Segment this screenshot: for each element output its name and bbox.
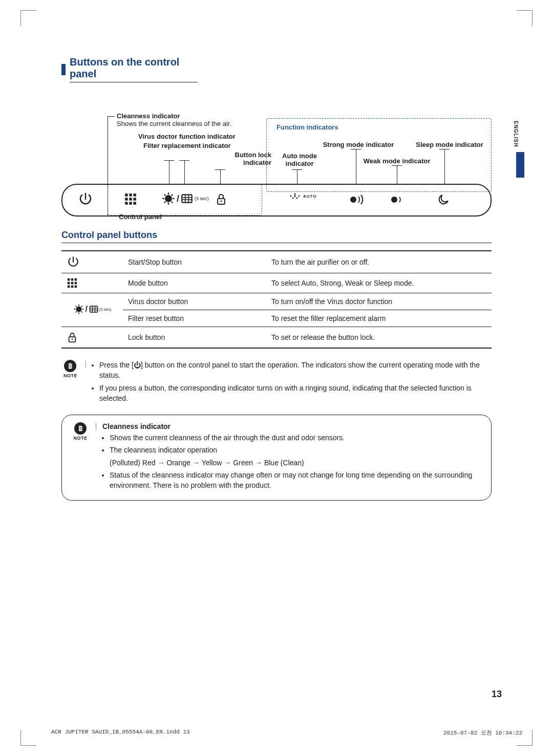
lock-icon [215, 192, 227, 206]
svg-point-28 [292, 198, 294, 199]
svg-rect-38 [75, 282, 77, 285]
note-icon [64, 360, 76, 372]
strong-icon [348, 193, 366, 206]
button-desc: To turn on/off the Virus doctor function [266, 293, 492, 310]
power-icon [78, 191, 93, 207]
svg-rect-1 [129, 193, 132, 196]
note-item: Press the [⏻] button on the control pane… [99, 360, 492, 381]
svg-point-26 [294, 193, 296, 195]
svg-point-25 [290, 196, 292, 197]
svg-rect-37 [71, 282, 74, 285]
button-desc: To turn the air purifier on or off. [266, 251, 492, 273]
svg-point-30 [294, 195, 296, 197]
control-panel-buttons-heading: Control panel buttons [61, 230, 492, 243]
svg-line-48 [81, 312, 82, 313]
note-box-2: NOTE Cleanness indicator Shows the curre… [61, 415, 492, 500]
svg-rect-34 [71, 278, 74, 281]
svg-point-9 [165, 195, 172, 202]
mode-icon [124, 192, 137, 206]
auto-text: AUTO [303, 194, 317, 199]
page-number: 13 [492, 689, 502, 700]
svg-line-50 [81, 306, 82, 307]
svg-rect-6 [125, 202, 127, 204]
heading-accent [61, 64, 66, 75]
table-row: / (3 sec) Virus doctor button To turn on… [61, 293, 492, 310]
virus-filter-icon-cell: / (3 sec) [61, 293, 123, 327]
svg-rect-4 [129, 198, 132, 200]
svg-point-27 [299, 196, 300, 197]
cleanness-note-title: Cleanness indicator [102, 422, 482, 430]
svg-line-17 [172, 195, 173, 196]
table-row: Lock button To set or release the button… [61, 327, 492, 349]
svg-rect-5 [133, 198, 136, 200]
section-heading: Buttons on the control panel [61, 56, 507, 82]
note-item: The cleanness indicator operation (Pollu… [110, 445, 482, 468]
lock-icon-cell [61, 327, 123, 349]
svg-rect-7 [129, 202, 132, 204]
svg-point-57 [72, 338, 73, 340]
button-desc: To select Auto, Strong, Weak or Sleep mo… [266, 273, 492, 293]
svg-rect-40 [71, 286, 74, 288]
svg-point-29 [296, 198, 298, 199]
cleanness-indicator-desc: Shows the current cleanness of the air. [117, 120, 231, 127]
print-footer: ACR JUPITER SAUID_IB_05554A-00_EN.indd 1… [51, 729, 522, 737]
control-panel-diagram: Cleanness indicator Shows the current cl… [61, 92, 507, 225]
footer-file: ACR JUPITER SAUID_IB_05554A-00_EN.indd 1… [51, 729, 190, 737]
button-desc: To reset the filter replacement alarm [266, 310, 492, 327]
svg-line-15 [172, 202, 173, 203]
svg-rect-33 [68, 278, 70, 281]
buttons-table: Start/Stop button To turn the air purifi… [61, 250, 492, 349]
svg-rect-39 [68, 286, 70, 288]
note-icon [74, 422, 87, 435]
sleep-mode-label: Sleep mode indicator [416, 141, 483, 148]
auto-mode-label-1: Auto mode [282, 152, 317, 160]
note-box-1: NOTE Press the [⏻] button on the control… [61, 360, 492, 405]
button-desc: To set or release the button lock. [266, 327, 492, 349]
language-tab: ENGLISH [513, 118, 527, 210]
svg-point-42 [76, 307, 81, 312]
svg-rect-41 [75, 286, 77, 288]
table-row: Start/Stop button To turn the air purifi… [61, 251, 492, 273]
note-label: NOTE [71, 436, 90, 441]
button-name: Virus doctor button [123, 293, 266, 310]
footer-date: 2015-07-02 오전 10:34:22 [443, 729, 522, 737]
note-label: NOTE [61, 373, 79, 378]
weak-icon [389, 193, 405, 206]
language-label: ENGLISH [513, 118, 519, 150]
note-list: Shows the current cleanness of the air t… [102, 433, 482, 490]
table-row: Mode button To select Auto, Strong, Weak… [61, 273, 492, 293]
svg-rect-0 [125, 193, 127, 196]
svg-rect-18 [182, 195, 192, 202]
svg-line-47 [75, 306, 76, 307]
note-list: Press the [⏻] button on the control pane… [92, 360, 492, 405]
svg-line-14 [164, 195, 165, 196]
function-indicators-title: Function indicators [276, 123, 338, 131]
svg-rect-2 [133, 193, 136, 196]
sleep-icon [436, 193, 451, 206]
note-item: Shows the current cleanness of the air t… [110, 433, 482, 443]
weak-mode-label: Weak mode indicator [364, 157, 431, 165]
table-row: Filter reset button To reset the filter … [61, 310, 492, 327]
virus-doctor-indicator-label: Virus doctor function indicator [138, 133, 236, 140]
svg-point-24 [221, 201, 222, 202]
svg-rect-51 [90, 306, 98, 312]
mode-icon-cell [61, 273, 123, 293]
svg-rect-8 [133, 202, 136, 204]
color-sequence: (Polluted) Red → Orange → Yellow → Green… [110, 458, 482, 468]
svg-line-16 [164, 202, 165, 203]
svg-rect-3 [125, 198, 127, 200]
note-icon-col: NOTE [71, 422, 90, 441]
strong-mode-label: Strong mode indicator [323, 141, 394, 148]
note-item: If you press a button, the corresponding… [99, 383, 492, 404]
tab-accent [516, 152, 524, 178]
auto-mode-label-2: indicator [286, 160, 314, 167]
svg-rect-35 [75, 278, 77, 281]
power-icon-cell [61, 251, 123, 273]
virus-filter-icon: / (3 sec) [161, 191, 209, 206]
svg-rect-36 [68, 282, 70, 285]
svg-line-49 [75, 312, 76, 313]
cleanness-indicator-label: Cleanness indicator [117, 112, 180, 120]
button-name: Start/Stop button [123, 251, 266, 273]
slash-separator: / [177, 193, 179, 204]
button-name: Lock button [123, 327, 266, 349]
